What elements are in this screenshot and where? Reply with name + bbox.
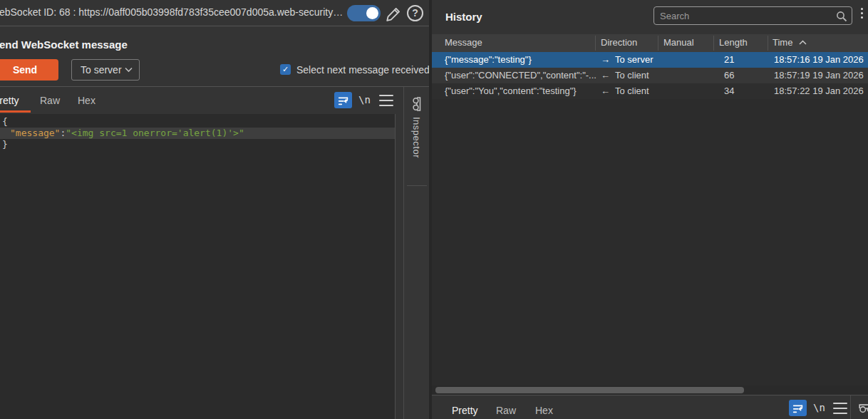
bottom-tab-raw[interactable]: Raw xyxy=(496,405,516,416)
newline-toggle-button[interactable]: \n xyxy=(358,94,371,105)
editor-menu-icon[interactable] xyxy=(379,95,393,106)
horizontal-scrollbar[interactable] xyxy=(432,386,868,395)
cell-direction: To client xyxy=(615,68,649,83)
burp-websocket-window: WebSocket ID: 68 : https://0aff005b03998… xyxy=(0,0,868,419)
websocket-header-bar: WebSocket ID: 68 : https://0aff005b03998… xyxy=(0,0,430,26)
cell-time: 18:57:22 19 Jan 2026 xyxy=(774,83,864,99)
column-header-time[interactable]: Time xyxy=(773,37,807,48)
message-editor[interactable]: { "message":"<img src=1 onerror='alert(1… xyxy=(0,114,396,419)
cell-time: 18:57:16 19 Jan 2026 xyxy=(774,52,864,68)
history-panel: History Message Direction Manual Length … xyxy=(432,0,868,419)
column-divider[interactable] xyxy=(768,36,768,51)
history-viewer-tab-bar: Pretty Raw Hex \n xyxy=(432,395,868,419)
divider xyxy=(407,185,427,186)
separator xyxy=(0,86,430,87)
cell-direction: To server xyxy=(615,52,653,68)
cell-message: {"user":"CONNECTED","content":"-... xyxy=(445,68,596,83)
search-box xyxy=(653,6,852,25)
cell-time: 18:57:19 19 Jan 2026 xyxy=(774,68,864,83)
direction-arrow-icon: ← xyxy=(601,83,610,99)
tab-hex[interactable]: Hex xyxy=(78,95,95,106)
column-divider[interactable] xyxy=(658,36,658,51)
table-row[interactable]: {"message":"testing"} → To server 21 18:… xyxy=(432,52,868,68)
edit-pencil-icon[interactable] xyxy=(385,4,403,26)
inspector-glasses-icon[interactable] xyxy=(858,401,868,415)
toggle-knob xyxy=(366,7,378,19)
cell-length: 21 xyxy=(724,52,734,68)
inspector-label: Inspector xyxy=(411,117,422,158)
cell-direction: To client xyxy=(615,83,649,99)
tab-raw[interactable]: Raw xyxy=(40,95,60,106)
options-menu-icon[interactable] xyxy=(858,8,865,24)
cell-message: {"user":"You","content":"testing"} xyxy=(445,83,577,99)
column-header-manual[interactable]: Manual xyxy=(663,37,694,48)
json-key: "message" xyxy=(10,128,60,138)
table-row[interactable]: {"user":"CONNECTED","content":"-... ← To… xyxy=(432,68,868,83)
code-line-highlighted: "message":"<img src=1 onerror='alert(1)'… xyxy=(0,128,395,139)
search-icon[interactable] xyxy=(835,10,848,23)
newline-toggle-button[interactable]: \n xyxy=(813,402,825,413)
active-tab-indicator xyxy=(0,110,31,113)
inspector-tab[interactable]: Inspector xyxy=(403,87,430,419)
sort-ascending-icon xyxy=(799,40,807,46)
tab-pretty[interactable]: Pretty xyxy=(0,95,19,106)
viewer-menu-icon[interactable] xyxy=(833,403,847,414)
direction-arrow-icon: → xyxy=(601,52,610,68)
direction-select[interactable]: To server xyxy=(71,59,140,81)
history-table-body: {"message":"testing"} → To server 21 18:… xyxy=(432,52,868,386)
json-value: "<img src=1 onerror='alert(1)'>" xyxy=(66,128,244,138)
connection-toggle[interactable] xyxy=(347,5,381,21)
inspector-glasses-icon xyxy=(409,95,425,113)
cell-length: 66 xyxy=(724,68,734,83)
column-header-direction[interactable]: Direction xyxy=(601,37,637,48)
table-row[interactable]: {"user":"You","content":"testing"} ← To … xyxy=(432,83,868,99)
scrollbar-thumb[interactable] xyxy=(435,387,744,393)
direction-select-value: To server xyxy=(81,64,122,76)
next-message-checkbox[interactable]: ✓ xyxy=(280,64,291,75)
next-message-checkbox-label: Select next message received xyxy=(296,64,430,76)
column-header-length[interactable]: Length xyxy=(719,37,748,48)
send-message-panel: WebSocket ID: 68 : https://0aff005b03998… xyxy=(0,0,430,419)
cell-message: {"message":"testing"} xyxy=(445,52,532,68)
bottom-tab-hex[interactable]: Hex xyxy=(535,405,553,416)
compose-heading: Send WebSocket message xyxy=(0,38,128,51)
search-input[interactable] xyxy=(654,7,832,24)
bottom-tab-pretty[interactable]: Pretty xyxy=(452,405,478,416)
help-icon[interactable]: ? xyxy=(407,5,423,21)
cell-length: 34 xyxy=(724,83,734,99)
window-title: WebSocket ID: 68 : https://0aff005b03998… xyxy=(0,6,343,18)
code-line: } xyxy=(0,139,395,150)
divider xyxy=(850,395,851,419)
history-title: History xyxy=(445,11,482,23)
column-header-time-label: Time xyxy=(773,37,792,48)
column-header-message[interactable]: Message xyxy=(445,37,482,48)
direction-arrow-icon: ← xyxy=(601,68,610,83)
send-button[interactable]: Send xyxy=(0,59,58,81)
soft-wrap-icon[interactable] xyxy=(334,92,352,108)
history-table-header: Message Direction Manual Length Time xyxy=(432,34,868,52)
code-line: { xyxy=(0,116,395,128)
column-divider[interactable] xyxy=(595,36,596,51)
column-divider[interactable] xyxy=(713,36,714,51)
chevron-down-icon xyxy=(125,67,133,73)
soft-wrap-icon[interactable] xyxy=(789,400,807,416)
